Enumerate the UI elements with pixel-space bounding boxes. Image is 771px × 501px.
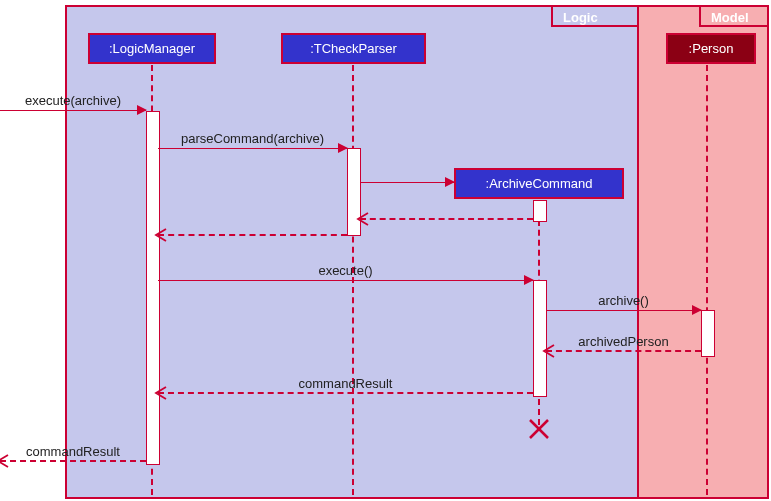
msg-create-archive-command bbox=[360, 182, 454, 183]
arrow-left-icon bbox=[358, 213, 370, 225]
participant-logic-manager: :LogicManager bbox=[88, 33, 216, 64]
participant-tcheck-parser: :TCheckParser bbox=[281, 33, 426, 64]
participant-archive-command: :ArchiveCommand bbox=[454, 168, 624, 199]
msg-return-to-logicmanager bbox=[158, 234, 347, 236]
msg-command-result-2-label: commandResult bbox=[26, 444, 120, 459]
frame-logic-label: Logic bbox=[551, 5, 641, 27]
msg-parse-command: parseCommand(archive) bbox=[158, 148, 347, 149]
msg-return-to-parser bbox=[360, 218, 533, 220]
arrow-left-icon bbox=[544, 345, 556, 357]
activation-person bbox=[701, 310, 715, 357]
destroy-icon bbox=[528, 418, 548, 438]
participant-logic-manager-label: :LogicManager bbox=[109, 41, 195, 56]
msg-archive: archive() bbox=[546, 310, 701, 311]
msg-command-result-1-label: commandResult bbox=[299, 376, 393, 391]
participant-person: :Person bbox=[666, 33, 756, 64]
activation-archive-command-2 bbox=[533, 280, 547, 397]
activation-logic-manager bbox=[146, 111, 160, 465]
activation-archive-command-1 bbox=[533, 200, 547, 222]
participant-archive-command-label: :ArchiveCommand bbox=[486, 176, 593, 191]
msg-execute-label: execute() bbox=[318, 263, 372, 278]
frame-model: Model bbox=[637, 5, 769, 499]
arrow-left-icon bbox=[0, 455, 10, 467]
msg-archived-person: archivedPerson bbox=[546, 350, 701, 352]
msg-archive-label: archive() bbox=[598, 293, 649, 308]
msg-execute: execute() bbox=[158, 280, 533, 281]
msg-parse-command-label: parseCommand(archive) bbox=[181, 131, 324, 146]
msg-archived-person-label: archivedPerson bbox=[578, 334, 668, 349]
msg-command-result-1: commandResult bbox=[158, 392, 533, 394]
arrow-left-icon bbox=[156, 229, 168, 241]
arrow-left-icon bbox=[156, 387, 168, 399]
participant-tcheck-parser-label: :TCheckParser bbox=[310, 41, 397, 56]
x-icon bbox=[528, 418, 550, 440]
msg-execute-archive-in: execute(archive) bbox=[0, 110, 146, 111]
frame-model-label: Model bbox=[699, 5, 769, 27]
msg-command-result-2: commandResult bbox=[0, 460, 146, 462]
msg-execute-archive-label: execute(archive) bbox=[25, 93, 121, 108]
lifeline-person bbox=[706, 65, 708, 495]
participant-person-label: :Person bbox=[689, 41, 734, 56]
